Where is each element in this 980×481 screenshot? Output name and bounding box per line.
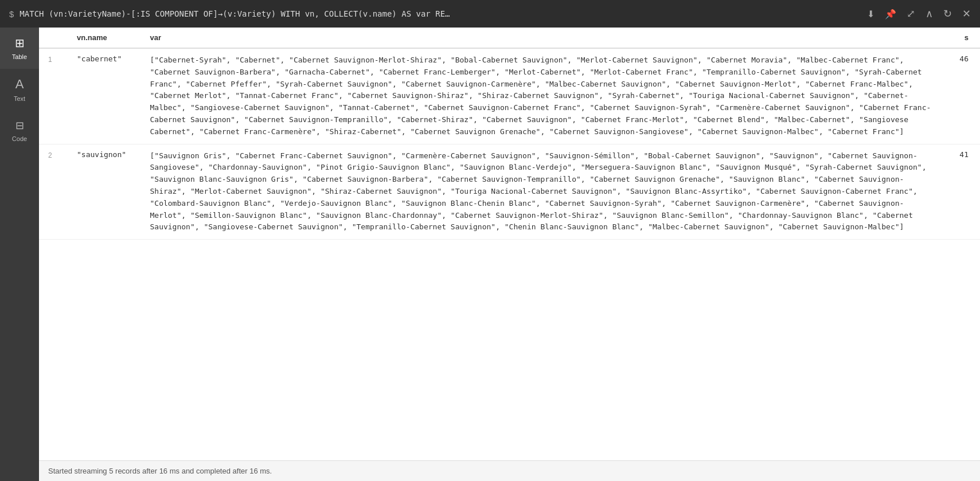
download-icon[interactable]: ⬇ bbox=[867, 9, 874, 19]
data-table: vn.name var s 1"cabernet"["Cabernet-Syra… bbox=[39, 28, 980, 240]
status-bar: Started streaming 5 records after 16 ms … bbox=[39, 460, 980, 481]
cell-vnname: "cabernet" bbox=[68, 48, 140, 144]
results-table[interactable]: vn.name var s 1"cabernet"["Cabernet-Syra… bbox=[39, 28, 980, 460]
sidebar-item-text[interactable]: A Text bbox=[0, 69, 39, 110]
sidebar-item-code-label: Code bbox=[12, 135, 27, 142]
query-text: MATCH (vn:VarietyName)-[:IS_COMPONENT_OF… bbox=[19, 9, 867, 18]
refresh-icon[interactable]: ↻ bbox=[943, 7, 952, 20]
dollar-sign: $ bbox=[9, 9, 14, 19]
expand-icon[interactable]: ⤢ bbox=[907, 7, 915, 20]
cell-vnname: "sauvignon" bbox=[68, 144, 140, 240]
col-header-rownum bbox=[39, 28, 68, 48]
table-header-row: vn.name var s bbox=[39, 28, 980, 48]
col-header-vnname: vn.name bbox=[68, 28, 140, 48]
title-bar-actions: ⬇ 📌 ⤢ ∧ ↻ ✕ bbox=[867, 7, 971, 20]
table-area: vn.name var s 1"cabernet"["Cabernet-Syra… bbox=[39, 28, 980, 481]
cell-rownum: 2 bbox=[39, 144, 68, 240]
sidebar: ⊞ Table A Text ⊟ Code bbox=[0, 28, 39, 481]
code-icon: ⊟ bbox=[15, 119, 24, 132]
pin-icon[interactable]: 📌 bbox=[885, 9, 896, 19]
table-icon: ⊞ bbox=[15, 36, 25, 50]
cell-s: 41 bbox=[946, 144, 980, 240]
main-content: ⊞ Table A Text ⊟ Code vn.name bbox=[0, 28, 980, 481]
sidebar-item-table[interactable]: ⊞ Table bbox=[0, 28, 39, 69]
collapse-icon[interactable]: ∧ bbox=[926, 7, 933, 20]
sidebar-item-table-label: Table bbox=[12, 53, 27, 60]
sidebar-item-text-label: Text bbox=[14, 95, 25, 102]
cell-var: ["Sauvignon Gris", "Cabernet Franc-Caber… bbox=[140, 144, 946, 240]
table-row: 1"cabernet"["Cabernet-Syrah", "Cabernet"… bbox=[39, 48, 980, 144]
cell-rownum: 1 bbox=[39, 48, 68, 144]
cell-var: ["Cabernet-Syrah", "Cabernet", "Cabernet… bbox=[140, 48, 946, 144]
status-text: Started streaming 5 records after 16 ms … bbox=[48, 467, 272, 475]
close-icon[interactable]: ✕ bbox=[962, 7, 971, 20]
col-header-s: s bbox=[946, 28, 980, 48]
text-icon: A bbox=[15, 77, 24, 92]
sidebar-item-code[interactable]: ⊟ Code bbox=[0, 110, 39, 151]
title-bar: $ MATCH (vn:VarietyName)-[:IS_COMPONENT_… bbox=[0, 0, 980, 28]
table-row: 2"sauvignon"["Sauvignon Gris", "Cabernet… bbox=[39, 144, 980, 240]
cell-s: 46 bbox=[946, 48, 980, 144]
col-header-var: var bbox=[140, 28, 946, 48]
app-container: $ MATCH (vn:VarietyName)-[:IS_COMPONENT_… bbox=[0, 0, 980, 481]
